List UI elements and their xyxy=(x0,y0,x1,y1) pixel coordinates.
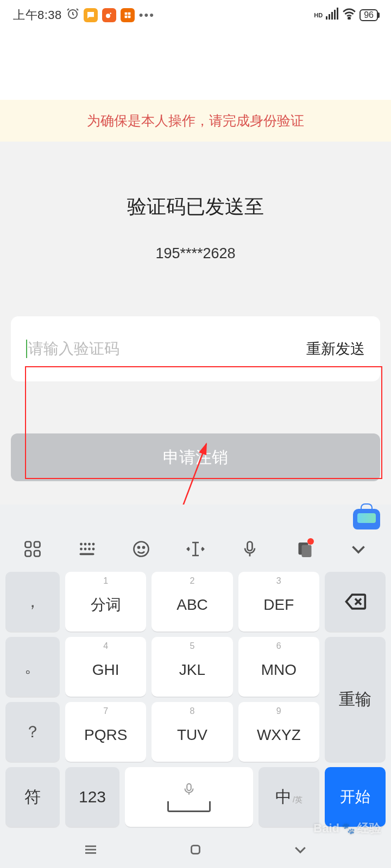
svg-rect-26 xyxy=(80,553,94,556)
svg-point-12 xyxy=(349,17,350,19)
svg-rect-6 xyxy=(128,16,130,18)
signal-icon xyxy=(326,8,339,23)
kb-mic-icon[interactable] xyxy=(237,539,263,559)
code-input-card: 请输入验证码 重新发送 xyxy=(11,316,380,381)
resend-button[interactable]: 重新发送 xyxy=(306,339,365,359)
svg-point-23 xyxy=(84,548,87,551)
svg-point-24 xyxy=(88,548,91,551)
kb-emoji-icon[interactable] xyxy=(128,539,154,559)
svg-point-21 xyxy=(92,543,95,546)
svg-rect-17 xyxy=(34,551,40,557)
svg-rect-4 xyxy=(128,12,130,15)
battery-indicator: 96 xyxy=(360,9,378,21)
svg-point-18 xyxy=(80,543,83,546)
alarm-icon xyxy=(66,7,79,23)
key-start[interactable]: 开始 xyxy=(325,767,386,827)
svg-point-28 xyxy=(138,547,140,548)
key-question[interactable]: ？ xyxy=(5,702,60,762)
watermark: Baid🐾经验 xyxy=(313,820,381,837)
submit-button[interactable]: 申请注销 xyxy=(11,433,380,481)
kb-cursor-icon[interactable] xyxy=(182,539,209,559)
nav-menu-icon[interactable] xyxy=(83,841,99,860)
status-time: 上午8:38 xyxy=(13,7,62,23)
nav-back-icon[interactable] xyxy=(292,841,308,860)
svg-rect-3 xyxy=(124,12,127,15)
nav-bar xyxy=(0,833,391,868)
svg-point-27 xyxy=(134,542,149,557)
key-period[interactable]: 。 xyxy=(5,637,60,697)
app-icon-3 xyxy=(121,8,135,22)
key-1[interactable]: 1分词 xyxy=(65,572,146,631)
key-symbol[interactable]: 符 xyxy=(5,767,60,827)
svg-rect-5 xyxy=(124,16,127,18)
key-language[interactable]: 中/英 xyxy=(258,767,319,827)
text-cursor xyxy=(26,340,27,358)
notice-banner: 为确保是本人操作，请完成身份验证 xyxy=(0,100,391,142)
kb-collapse-icon[interactable] xyxy=(345,539,371,559)
svg-point-1 xyxy=(106,14,110,18)
svg-rect-30 xyxy=(248,542,253,551)
svg-point-19 xyxy=(84,543,87,546)
wifi-icon xyxy=(342,8,356,23)
kb-keyboard-icon[interactable] xyxy=(74,539,100,559)
key-9[interactable]: 9WXYZ xyxy=(238,702,319,762)
kb-apps-icon[interactable] xyxy=(20,539,46,559)
svg-point-25 xyxy=(92,548,95,551)
svg-rect-15 xyxy=(34,542,40,548)
svg-point-20 xyxy=(88,543,91,546)
key-8[interactable]: 8TUV xyxy=(152,702,232,762)
key-number-mode[interactable]: 123 xyxy=(65,767,119,827)
svg-point-2 xyxy=(110,12,111,14)
hd-label: HD xyxy=(314,12,323,18)
svg-rect-14 xyxy=(26,542,31,548)
weibo-icon xyxy=(102,8,116,22)
header-spacer xyxy=(0,30,391,100)
key-retype[interactable]: 重输 xyxy=(325,637,386,762)
code-input[interactable]: 请输入验证码 xyxy=(26,339,306,359)
svg-rect-34 xyxy=(191,846,199,854)
code-placeholder: 请输入验证码 xyxy=(28,339,119,359)
status-bar: 上午8:38 ••• HD 96 xyxy=(0,0,391,30)
keyboard: ， 1分词 2ABC 3DEF 。 4GHI 5JKL 6MNO 重输 ？ 7P… xyxy=(0,505,391,868)
svg-rect-9 xyxy=(331,12,333,20)
key-space[interactable] xyxy=(125,767,253,827)
app-icon-1 xyxy=(84,8,98,22)
ime-mascot-icon[interactable] xyxy=(353,509,380,529)
svg-rect-11 xyxy=(337,8,338,20)
verification-title: 验证码已发送至 xyxy=(0,194,391,220)
kb-clipboard-icon[interactable] xyxy=(291,539,317,559)
key-7[interactable]: 7PQRS xyxy=(65,702,146,762)
svg-point-22 xyxy=(80,548,83,551)
svg-rect-8 xyxy=(329,14,330,20)
key-comma[interactable]: ， xyxy=(5,572,60,631)
more-icon: ••• xyxy=(139,8,155,22)
keyboard-mascot-row xyxy=(0,507,391,529)
key-3[interactable]: 3DEF xyxy=(238,572,319,631)
svg-rect-32 xyxy=(302,545,312,558)
svg-rect-10 xyxy=(334,10,336,20)
key-2[interactable]: 2ABC xyxy=(152,572,232,631)
svg-rect-16 xyxy=(26,551,31,557)
svg-rect-7 xyxy=(326,16,327,20)
svg-rect-33 xyxy=(187,784,191,791)
keyboard-toolbar xyxy=(0,529,391,569)
notification-dot xyxy=(307,538,314,545)
svg-point-29 xyxy=(143,547,144,548)
key-6[interactable]: 6MNO xyxy=(238,637,319,697)
key-5[interactable]: 5JKL xyxy=(152,637,232,697)
key-backspace[interactable] xyxy=(325,572,386,631)
nav-home-icon[interactable] xyxy=(187,841,204,860)
key-4[interactable]: 4GHI xyxy=(65,637,146,697)
masked-phone: 195****2628 xyxy=(0,245,391,262)
